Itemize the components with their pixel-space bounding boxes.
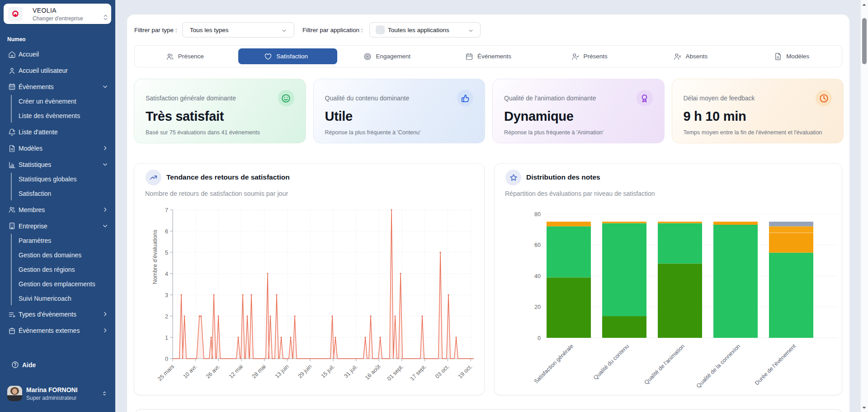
svg-text:16 août: 16 août — [364, 363, 382, 381]
svg-text:Qualité de la connexion: Qualité de la connexion — [695, 343, 741, 389]
svg-text:80: 80 — [534, 211, 541, 218]
svg-text:28 mai: 28 mai — [250, 363, 267, 379]
svg-text:Qualité de l'animation: Qualité de l'animation — [643, 343, 686, 386]
svg-text:13 juin: 13 juin — [274, 363, 290, 379]
svg-text:0: 0 — [538, 335, 541, 341]
svg-text:Durée de l'événement: Durée de l'événement — [754, 343, 797, 386]
svg-text:20: 20 — [534, 304, 541, 310]
svg-text:Satisfaction générale: Satisfaction générale — [533, 343, 575, 384]
svg-text:2: 2 — [165, 313, 168, 320]
svg-text:60: 60 — [534, 242, 541, 248]
svg-text:0: 0 — [165, 356, 168, 362]
svg-text:Nombre d'évaluations: Nombre d'évaluations — [152, 230, 158, 284]
svg-text:6: 6 — [165, 228, 168, 235]
svg-text:7: 7 — [165, 207, 168, 213]
svg-text:5: 5 — [165, 250, 168, 256]
svg-text:10 avr.: 10 avr. — [182, 363, 198, 379]
svg-text:29 juin: 29 juin — [297, 363, 313, 379]
svg-text:Qualité du contenu: Qualité du contenu — [592, 343, 630, 381]
svg-text:1: 1 — [165, 335, 168, 341]
svg-text:17 sept.: 17 sept. — [409, 363, 427, 382]
svg-text:4: 4 — [165, 271, 168, 277]
svg-text:25 mars: 25 mars — [156, 363, 175, 382]
svg-text:01 sept.: 01 sept. — [386, 363, 405, 382]
svg-text:19 oct.: 19 oct. — [457, 363, 473, 379]
svg-text:3: 3 — [165, 292, 168, 298]
svg-text:15 juil.: 15 juil. — [320, 363, 336, 379]
svg-text:12 mai: 12 mai — [228, 363, 244, 379]
svg-text:40: 40 — [534, 273, 541, 279]
svg-text:26 avr.: 26 avr. — [205, 363, 221, 379]
svg-text:31 juil.: 31 juil. — [343, 363, 359, 379]
svg-text:03 oct.: 03 oct. — [434, 363, 450, 379]
